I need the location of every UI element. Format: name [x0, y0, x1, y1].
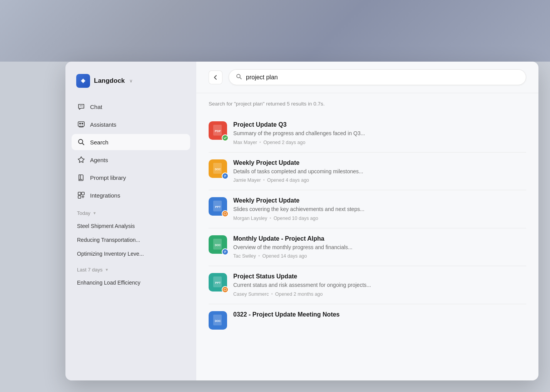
result-description-1: Summary of the progress and challenges f…	[233, 130, 526, 137]
svg-rect-20	[224, 288, 226, 291]
search-header	[196, 62, 538, 93]
sidebar-item-assistants[interactable]: Assistants	[72, 116, 190, 132]
result-description-5: Current status and risk assessment for o…	[233, 281, 526, 289]
prompt-library-label: Prompt library	[90, 174, 126, 181]
svg-point-4	[79, 139, 83, 144]
search-input[interactable]	[246, 74, 519, 81]
app-name: Langdock	[94, 77, 125, 85]
svg-rect-15	[224, 213, 226, 215]
sidebar: Langdock ∨ Chat Assistant	[65, 62, 196, 380]
chat-icon	[77, 102, 85, 111]
result-opened-4: Opened 14 days ago	[262, 253, 307, 259]
result-text-2: Weekly Project Update Details of tasks c…	[233, 159, 526, 183]
today-chevron-icon: ▼	[93, 211, 97, 215]
svg-rect-5	[78, 192, 81, 195]
result-text-4: Monthly Update - Project Alpha Overview …	[233, 235, 526, 259]
integrations-icon	[77, 191, 85, 199]
result-title-3: Weekly Project Update	[233, 197, 526, 204]
svg-point-0	[82, 80, 84, 82]
history-item-transport[interactable]: Reducing Transportation...	[72, 234, 190, 246]
section-last7: Last 7 days ▼	[72, 261, 190, 275]
search-nav-icon	[77, 138, 85, 146]
result-item-6[interactable]: DOC 0322 - Project Update Meeting Notes	[209, 304, 526, 337]
result-meta-5: Casey Summerc • Opened 2 months ago	[233, 291, 526, 297]
sidebar-item-prompt-library[interactable]: Prompt library	[72, 169, 190, 186]
results-area: Search for "project plan" returned 5 res…	[196, 93, 538, 380]
result-description-4: Overview of the monthly progress and fin…	[233, 244, 526, 251]
svg-text:DOC: DOC	[215, 244, 221, 246]
svg-rect-1	[78, 122, 84, 126]
result-author-1: Max Mayer	[233, 140, 257, 145]
integrations-label: Integrations	[90, 192, 120, 199]
result-item-1[interactable]: PDF Project Update Q3 Summary of the pro…	[209, 114, 526, 152]
result-meta-2: Jamie Mayer • Opened 4 days ago	[233, 178, 526, 183]
main-content: Search for "project plan" returned 5 res…	[196, 62, 538, 380]
result-text-6: 0322 - Project Update Meeting Notes	[233, 311, 526, 320]
result-icon-6: DOC	[209, 311, 227, 330]
section-today: Today ▼	[72, 205, 190, 218]
assistants-label: Assistants	[90, 121, 116, 128]
svg-point-2	[80, 123, 81, 124]
result-opened-3: Opened 10 days ago	[274, 216, 318, 221]
result-meta-1: Max Mayer • Opened 2 days ago	[233, 140, 526, 145]
search-bar-icon	[236, 74, 242, 81]
result-description-3: Slides covering the key achievements and…	[233, 206, 526, 213]
result-meta-3: Morgan Laysley • Opened 10 days ago	[233, 216, 526, 221]
sidebar-item-search[interactable]: Search	[72, 134, 190, 150]
result-title-6: 0322 - Project Update Meeting Notes	[233, 311, 526, 318]
book-icon	[77, 173, 85, 182]
result-text-1: Project Update Q3 Summary of the progres…	[233, 121, 526, 145]
last7-chevron-icon: ▼	[105, 268, 109, 272]
sidebar-item-chat[interactable]: Chat	[72, 99, 190, 115]
pdf-badge	[222, 134, 229, 141]
result-text-5: Project Status Update Current status and…	[233, 273, 526, 297]
agents-icon	[77, 156, 85, 164]
result-icon-3: PPT	[209, 197, 227, 216]
svg-rect-6	[82, 192, 84, 195]
result-item-3[interactable]: PPT Weekly Project Update Slides coverin…	[209, 190, 526, 228]
app-logo-icon	[76, 74, 90, 88]
svg-text:PPT: PPT	[215, 205, 221, 209]
svg-text:DOC: DOC	[215, 320, 221, 322]
history-item-inventory[interactable]: Optimizing Inventory Leve...	[72, 248, 190, 260]
result-icon-4: DOC	[209, 235, 227, 254]
svg-text:PDF: PDF	[215, 129, 221, 133]
result-title-4: Monthly Update - Project Alpha	[233, 235, 526, 242]
result-meta-4: Tac Swiley • Opened 14 days ago	[233, 253, 526, 259]
result-author-2: Jamie Mayer	[233, 178, 261, 183]
ppt-badge-3	[222, 210, 229, 217]
result-item-4[interactable]: DOC Monthly Update - Project Alpha Overv…	[209, 228, 526, 266]
result-item-5[interactable]: PPT Project Status Update Current status…	[209, 266, 526, 304]
chat-label: Chat	[90, 104, 102, 110]
sidebar-item-agents[interactable]: Agents	[72, 152, 190, 168]
logo-section[interactable]: Langdock ∨	[72, 71, 190, 91]
svg-rect-7	[78, 196, 81, 198]
ppt-badge-5	[222, 286, 229, 293]
background-blur	[0, 0, 550, 62]
result-description-2: Details of tasks completed and upcoming …	[233, 168, 526, 176]
logo-chevron-icon: ∨	[129, 78, 133, 84]
result-text-3: Weekly Project Update Slides covering th…	[233, 197, 526, 221]
result-opened-5: Opened 2 months ago	[275, 291, 323, 297]
doc-badge-4	[222, 248, 229, 255]
back-button[interactable]	[209, 70, 222, 84]
main-container: Langdock ∨ Chat Assistant	[65, 62, 538, 380]
result-title-1: Project Update Q3	[233, 121, 526, 128]
result-opened-2: Opened 4 days ago	[267, 178, 309, 183]
result-icon-5: PPT	[209, 273, 227, 291]
result-author-3: Morgan Laysley	[233, 216, 267, 221]
result-item-2[interactable]: DOC Weekly Project Update Details of tas…	[209, 152, 526, 191]
history-item-steel[interactable]: Steel Shipment Analysis	[72, 220, 190, 232]
result-opened-1: Opened 2 days ago	[263, 140, 305, 145]
results-summary: Search for "project plan" returned 5 res…	[209, 101, 526, 107]
agents-label: Agents	[90, 157, 108, 163]
sidebar-item-integrations[interactable]: Integrations	[72, 187, 190, 203]
search-label: Search	[90, 139, 109, 146]
history-item-load[interactable]: Enhancing Load Efficiency	[72, 276, 190, 289]
search-bar[interactable]	[229, 69, 526, 85]
result-icon-2: DOC	[209, 159, 227, 178]
svg-text:PPT: PPT	[215, 281, 221, 285]
svg-point-8	[237, 74, 240, 78]
result-author-5: Casey Summerc	[233, 291, 269, 297]
result-icon-1: PDF	[209, 121, 227, 140]
